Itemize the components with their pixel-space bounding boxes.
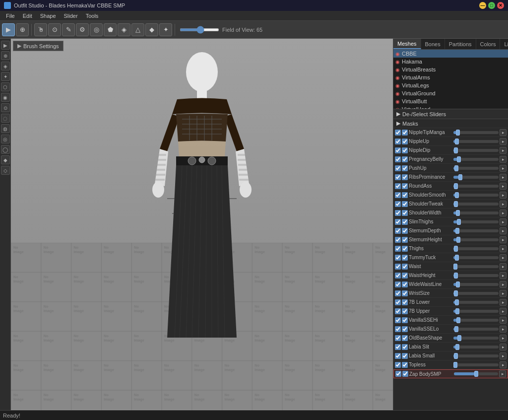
tool-8[interactable]: ⬟ (104, 23, 117, 36)
slider-check1-19[interactable] (395, 299, 401, 305)
slider-check1-13[interactable] (395, 246, 401, 252)
slider-track-19[interactable] (453, 301, 499, 304)
left-tool-7[interactable]: ⊙ (1, 103, 10, 112)
slider-thumb-8[interactable] (454, 201, 458, 207)
slider-end-btn-15[interactable]: ▸ (500, 263, 507, 270)
slider-end-btn-14[interactable]: ▸ (500, 254, 507, 261)
slider-check1-26[interactable] (395, 362, 401, 368)
slider-thumb-13[interactable] (454, 246, 458, 252)
left-tool-13[interactable]: ◇ (1, 166, 10, 175)
slider-check2-10[interactable] (402, 219, 408, 225)
slider-thumb-21[interactable] (456, 317, 460, 323)
slider-end-btn-7[interactable]: ▸ (500, 192, 507, 199)
slider-check1-17[interactable] (395, 281, 401, 287)
slider-check2-0[interactable] (402, 130, 408, 136)
slider-end-btn-2[interactable]: ▸ (500, 147, 507, 154)
left-tool-1[interactable]: ▶ (1, 41, 10, 50)
slider-end-btn-17[interactable]: ▸ (500, 281, 507, 288)
fov-slider[interactable] (180, 28, 219, 31)
left-tool-11[interactable]: ◯ (1, 145, 10, 154)
slider-thumb-9[interactable] (456, 210, 460, 216)
slider-thumb-12[interactable] (456, 237, 460, 243)
slider-thumb-18[interactable] (454, 290, 458, 296)
slider-check2-5[interactable] (402, 174, 408, 180)
slider-track-9[interactable] (453, 211, 499, 214)
slider-check1-12[interactable] (395, 237, 401, 243)
slider-track-26[interactable] (453, 363, 499, 366)
slider-thumb-11[interactable] (455, 228, 459, 234)
slider-check1-22[interactable] (395, 326, 401, 332)
slider-end-btn-3[interactable]: ▸ (500, 156, 507, 163)
tool-6[interactable]: ⚙ (76, 23, 89, 36)
slider-check2-17[interactable] (402, 281, 408, 287)
slider-track-12[interactable] (453, 238, 499, 241)
slider-check1-27[interactable] (395, 371, 401, 377)
slider-thumb-24[interactable] (455, 344, 459, 350)
slider-check1-2[interactable] (395, 147, 401, 153)
mesh-item-virtualground[interactable]: ◉ VirtualGround (393, 89, 508, 97)
tab-bones[interactable]: Bones (421, 39, 445, 49)
slider-end-btn-18[interactable]: ▸ (500, 290, 507, 297)
slider-track-2[interactable] (453, 149, 499, 152)
slider-check1-24[interactable] (395, 344, 401, 350)
slider-check2-7[interactable] (402, 192, 408, 198)
slider-end-btn-19[interactable]: ▸ (500, 299, 507, 306)
slider-track-8[interactable] (453, 203, 499, 206)
tool-4[interactable]: ⊙ (48, 23, 61, 36)
mesh-item-virtualbreasts[interactable]: ◉ VirtualBreasts (393, 66, 508, 73)
slider-track-20[interactable] (453, 310, 499, 313)
slider-thumb-22[interactable] (454, 326, 458, 332)
slider-track-17[interactable] (453, 283, 499, 286)
mesh-item-virtuallegs[interactable]: ◉ VirtualLegs (393, 81, 508, 89)
slider-track-5[interactable] (453, 176, 499, 179)
slider-thumb-19[interactable] (455, 299, 459, 305)
slider-check2-25[interactable] (402, 353, 408, 359)
slider-thumb-23[interactable] (457, 335, 461, 341)
slider-track-21[interactable] (453, 319, 499, 322)
slider-thumb-3[interactable] (457, 156, 461, 162)
tool-3[interactable]: 🖱 (34, 23, 47, 36)
slider-check1-8[interactable] (395, 201, 401, 207)
slider-end-btn-1[interactable]: ▸ (500, 138, 507, 145)
maximize-button[interactable]: □ (488, 2, 495, 9)
left-tool-3[interactable]: ◈ (1, 62, 10, 70)
slider-check2-16[interactable] (402, 273, 408, 279)
slider-check1-21[interactable] (395, 317, 401, 323)
tool-10[interactable]: △ (131, 23, 144, 36)
mesh-item-virtualbutt[interactable]: ◉ VirtualButt (393, 97, 508, 105)
slider-track-11[interactable] (453, 229, 499, 232)
slider-check2-3[interactable] (402, 156, 408, 162)
slider-check1-25[interactable] (395, 353, 401, 359)
slider-thumb-0[interactable] (456, 130, 460, 136)
slider-check1-18[interactable] (395, 290, 401, 296)
slider-thumb-2[interactable] (454, 147, 458, 153)
tool-9[interactable]: ◈ (118, 23, 130, 36)
slider-track-27[interactable] (454, 372, 498, 375)
slider-check1-3[interactable] (395, 156, 401, 162)
mesh-item-cbbe[interactable]: ◉ CBBE (393, 50, 508, 58)
mesh-item-virtualhead[interactable]: ◉ VirtualHead (393, 105, 508, 109)
mesh-item-virtualarms[interactable]: ◉ VirtualArms (393, 73, 508, 81)
tool-5[interactable]: ✎ (62, 23, 75, 36)
slider-check2-23[interactable] (402, 335, 408, 341)
titlebar-controls[interactable]: — □ ✕ (479, 2, 504, 9)
slider-check1-23[interactable] (395, 335, 401, 341)
slider-thumb-20[interactable] (455, 308, 459, 314)
slider-end-btn-11[interactable]: ▸ (500, 227, 507, 234)
slider-check1-5[interactable] (395, 174, 401, 180)
slider-check2-4[interactable] (402, 165, 408, 171)
slider-check2-21[interactable] (402, 317, 408, 323)
slider-track-1[interactable] (453, 140, 499, 143)
slider-track-16[interactable] (453, 274, 499, 277)
brush-settings-bar[interactable]: ▶ Brush Settings (13, 41, 64, 51)
tool-select[interactable]: ▶ (2, 23, 15, 36)
slider-thumb-15[interactable] (453, 264, 457, 270)
left-tool-8[interactable]: ◌ (1, 114, 10, 123)
slider-thumb-4[interactable] (454, 165, 458, 171)
left-tool-2[interactable]: ⊕ (1, 51, 10, 60)
mesh-list[interactable]: ◉ CBBE ◉ Hakama ◉ VirtualBreasts ◉ Virtu… (393, 50, 508, 109)
slider-check2-20[interactable] (402, 308, 408, 314)
slider-track-0[interactable] (453, 131, 499, 134)
slider-end-btn-12[interactable]: ▸ (500, 236, 507, 243)
slider-track-7[interactable] (453, 194, 499, 197)
